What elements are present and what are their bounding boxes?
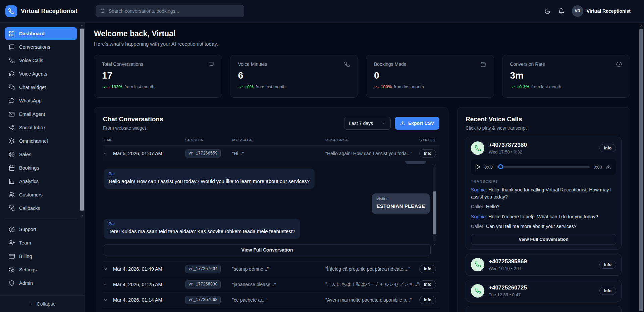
sidebar-item-billing[interactable]: Billing bbox=[5, 250, 77, 263]
chevron-up-icon[interactable] bbox=[103, 151, 113, 156]
sidebar-scrollbar[interactable] bbox=[80, 23, 84, 221]
transcript-line: Caller: Hello? bbox=[471, 203, 616, 210]
table-header: TIME SESSION MESSAGE RESPONSE STATUS bbox=[103, 138, 439, 146]
table-row[interactable]: Mar 4, 2026, 01:25 AM vr_177258030 "japa… bbox=[103, 277, 439, 293]
notifications-button[interactable] bbox=[558, 8, 565, 14]
seek-slider[interactable] bbox=[497, 164, 589, 170]
sidebar-item-sales[interactable]: Sales bbox=[5, 148, 77, 161]
chevron-down-icon[interactable] bbox=[103, 267, 113, 271]
sidebar-item-callbacks[interactable]: Callbacks bbox=[5, 202, 77, 215]
sidebar-item-email-agent[interactable]: Email Agent bbox=[5, 108, 77, 121]
session-badge: vr_177257604 bbox=[185, 265, 221, 273]
stat-card-bookings-made: Bookings Made 0 100% from last month bbox=[366, 55, 494, 98]
scroll-up-icon[interactable] bbox=[80, 23, 84, 28]
date-range-select[interactable]: Last 7 days bbox=[344, 117, 391, 130]
sidebar-item-bookings[interactable]: Bookings bbox=[5, 162, 77, 174]
sidebar-item-chat-widget[interactable]: Chat Widget bbox=[5, 81, 77, 94]
cell-time: Mar 5, 2026, 01:07 AM bbox=[113, 151, 185, 156]
mail-icon bbox=[9, 111, 15, 117]
info-badge[interactable]: Info bbox=[419, 265, 436, 273]
headphones-icon bbox=[9, 71, 15, 77]
table-row[interactable]: Mar 5, 2026, 01:07 AM vr_177266559 "Hi..… bbox=[103, 146, 439, 161]
theme-toggle-button[interactable] bbox=[544, 8, 551, 14]
view-full-conversation-button[interactable]: View Full Conversation bbox=[471, 234, 616, 245]
chevron-down-icon[interactable] bbox=[103, 282, 113, 287]
brand: Virtual Receptionist bbox=[0, 5, 85, 17]
recent-voice-calls-panel: Recent Voice Calls Click to play & view … bbox=[457, 107, 630, 312]
sidebar-item-customers[interactable]: Customers bbox=[5, 188, 77, 201]
search-input[interactable] bbox=[109, 8, 240, 14]
bubble-sender: Bot bbox=[109, 172, 310, 176]
play-button[interactable] bbox=[476, 164, 480, 170]
sidebar-item-voice-calls[interactable]: Voice Calls bbox=[5, 54, 77, 67]
chevron-down-icon[interactable] bbox=[103, 298, 113, 302]
stat-card-total-conversations: Total Conversations 17 +183% from last m… bbox=[94, 55, 222, 98]
scroll-up-icon[interactable] bbox=[639, 23, 644, 29]
top-header: Virtual Receptionist VR Virtual Receptio… bbox=[0, 0, 644, 23]
window-scrollbar[interactable] bbox=[639, 23, 644, 312]
cell-message: "ce pachete ai..." bbox=[232, 297, 325, 303]
sidebar-item-voice-agents[interactable]: Voice Agents bbox=[5, 68, 77, 80]
sidebar-item-conversations[interactable]: Conversations bbox=[5, 41, 77, 53]
info-badge[interactable]: Info bbox=[599, 261, 616, 269]
cell-response: "Hello again! How can I assist you toda.… bbox=[325, 151, 419, 156]
stat-label: Total Conversations bbox=[102, 61, 143, 67]
session-badge: vr_177258030 bbox=[185, 280, 221, 288]
trending-up-icon bbox=[238, 85, 243, 89]
info-badge[interactable]: Info bbox=[599, 144, 616, 152]
voice-call-card[interactable]: +40725395869 Wed 16:10 • 2:11 Info bbox=[466, 254, 622, 276]
info-badge[interactable]: Info bbox=[419, 296, 436, 304]
stat-label: Voice Minutes bbox=[238, 61, 267, 67]
info-badge[interactable]: Info bbox=[599, 287, 616, 295]
sidebar-item-settings[interactable]: Settings bbox=[5, 263, 77, 276]
cell-message: "scump domne..." bbox=[232, 266, 325, 272]
message-square-icon bbox=[9, 44, 15, 50]
scrollbar-thumb[interactable] bbox=[80, 29, 84, 211]
sidebar-item-omnichannel[interactable]: Omnichannel bbox=[5, 135, 77, 147]
voice-call-card[interactable]: +40737872380 Wed 17:50 • 0:32 Info 0:00 … bbox=[466, 137, 622, 250]
sidebar-item-whatsapp[interactable]: WhatsApp bbox=[5, 94, 77, 107]
avatar: VR bbox=[572, 5, 583, 17]
sidebar-item-label: Sales bbox=[19, 152, 31, 157]
scroll-up-icon[interactable] bbox=[432, 162, 437, 167]
phone-icon bbox=[475, 261, 481, 268]
sidebar-item-label: Voice Calls bbox=[19, 58, 43, 63]
table-row[interactable]: Mar 4, 2026, 01:49 AM vr_177257604 "scum… bbox=[103, 262, 439, 277]
sidebar-item-admin[interactable]: Admin bbox=[5, 277, 77, 289]
transcript-text: Can you tell me more about your services… bbox=[486, 224, 577, 229]
export-csv-button[interactable]: Export CSV bbox=[395, 117, 439, 130]
main-content: Welcome back, Virtual Here's what's happ… bbox=[85, 23, 639, 312]
sidebar-item-team[interactable]: Team bbox=[5, 236, 77, 249]
transcript-speaker: Sophie: bbox=[471, 214, 487, 219]
info-badge[interactable]: Info bbox=[419, 149, 436, 158]
scroll-down-icon[interactable] bbox=[432, 242, 437, 247]
voice-call-card[interactable] bbox=[466, 306, 622, 312]
phone-icon bbox=[475, 287, 481, 294]
scrollbar-thumb[interactable] bbox=[433, 191, 436, 234]
cell-message: "Hi..." bbox=[232, 151, 325, 156]
stat-value: 0 bbox=[374, 70, 486, 81]
download-recording-button[interactable] bbox=[606, 164, 611, 170]
cell-response: "こんにちは！私はバーチャルレセプショ..." bbox=[325, 281, 419, 287]
call-meta: Wed 17:50 • 0:32 bbox=[489, 149, 527, 154]
cell-message: "japanesse please..." bbox=[232, 282, 325, 287]
info-badge[interactable]: Info bbox=[419, 280, 436, 288]
scrollbar-thumb[interactable] bbox=[639, 29, 643, 311]
sidebar-collapse-button[interactable]: Collapse bbox=[0, 295, 85, 312]
sidebar-item-support[interactable]: Support bbox=[5, 223, 77, 236]
table-row[interactable]: Mar 4, 2026, 01:14 AM vr_177257662 "ce p… bbox=[103, 293, 439, 308]
voice-call-card[interactable]: +40725260725 Tue 12:39 • 0:47 Info bbox=[466, 280, 622, 302]
stat-value: 17 bbox=[102, 70, 214, 81]
sidebar-item-social-inbox[interactable]: Social Inbox bbox=[5, 121, 77, 134]
cell-time: Mar 4, 2026, 01:25 AM bbox=[113, 282, 185, 287]
global-search[interactable] bbox=[96, 5, 244, 17]
table-row[interactable] bbox=[103, 308, 439, 312]
slider-thumb[interactable] bbox=[498, 164, 503, 169]
view-full-conversation-button[interactable]: View Full Conversation bbox=[104, 244, 431, 256]
conversation-scrollbar[interactable] bbox=[432, 162, 437, 247]
sidebar-item-dashboard[interactable]: Dashboard bbox=[5, 27, 77, 40]
user-menu[interactable]: VR Virtual Receptionist bbox=[572, 5, 631, 17]
call-number: +40737872380 bbox=[489, 142, 527, 148]
sidebar-item-analytics[interactable]: Analytics bbox=[5, 175, 77, 188]
scroll-down-icon[interactable] bbox=[80, 213, 84, 218]
